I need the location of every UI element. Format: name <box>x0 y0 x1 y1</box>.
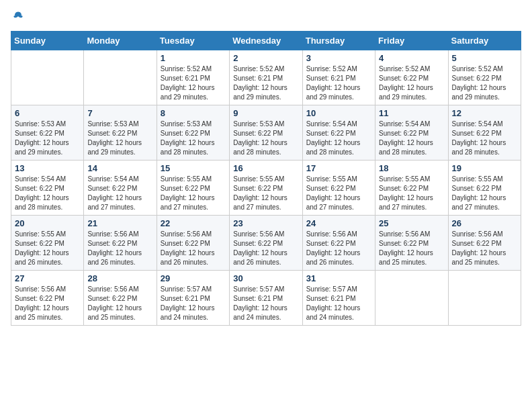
day-info: Sunrise: 5:54 AM Sunset: 6:22 PM Dayligh… <box>87 175 152 212</box>
day-number: 18 <box>379 163 444 173</box>
day-info: Sunrise: 5:55 AM Sunset: 6:22 PM Dayligh… <box>452 175 517 212</box>
day-info: Sunrise: 5:55 AM Sunset: 6:22 PM Dayligh… <box>161 175 226 212</box>
day-info: Sunrise: 5:57 AM Sunset: 6:21 PM Dayligh… <box>161 285 226 322</box>
day-of-week-row: SundayMondayTuesdayWednesdayThursdayFrid… <box>11 32 521 50</box>
calendar-cell: 11Sunrise: 5:54 AM Sunset: 6:22 PM Dayli… <box>375 105 448 161</box>
calendar-cell: 19Sunrise: 5:55 AM Sunset: 6:22 PM Dayli… <box>448 161 521 216</box>
day-info: Sunrise: 5:52 AM Sunset: 6:21 PM Dayligh… <box>306 64 371 102</box>
day-info: Sunrise: 5:56 AM Sunset: 6:22 PM Dayligh… <box>233 230 298 267</box>
calendar-cell: 29Sunrise: 5:57 AM Sunset: 6:21 PM Dayli… <box>157 271 229 326</box>
calendar-cell: 16Sunrise: 5:55 AM Sunset: 6:22 PM Dayli… <box>230 161 302 216</box>
calendar-cell <box>11 50 84 105</box>
day-number: 20 <box>15 218 80 228</box>
day-info: Sunrise: 5:56 AM Sunset: 6:22 PM Dayligh… <box>161 230 226 267</box>
day-number: 21 <box>87 218 152 228</box>
calendar-cell: 27Sunrise: 5:56 AM Sunset: 6:22 PM Dayli… <box>11 271 84 326</box>
day-number: 6 <box>15 108 80 118</box>
week-row-1: 6Sunrise: 5:53 AM Sunset: 6:22 PM Daylig… <box>11 105 521 161</box>
calendar-cell <box>448 271 521 326</box>
day-number: 5 <box>452 53 517 63</box>
day-number: 1 <box>161 53 226 63</box>
day-info: Sunrise: 5:52 AM Sunset: 6:22 PM Dayligh… <box>379 64 444 102</box>
day-info: Sunrise: 5:57 AM Sunset: 6:21 PM Dayligh… <box>233 285 298 322</box>
day-number: 8 <box>161 108 226 118</box>
calendar-cell: 26Sunrise: 5:56 AM Sunset: 6:22 PM Dayli… <box>448 216 521 271</box>
calendar-table: SundayMondayTuesdayWednesdayThursdayFrid… <box>11 31 521 326</box>
calendar-cell <box>84 50 157 105</box>
week-row-2: 13Sunrise: 5:54 AM Sunset: 6:22 PM Dayli… <box>11 161 521 216</box>
day-number: 25 <box>379 218 444 228</box>
day-number: 23 <box>233 218 298 228</box>
calendar-cell: 30Sunrise: 5:57 AM Sunset: 6:21 PM Dayli… <box>230 271 302 326</box>
calendar-cell: 8Sunrise: 5:53 AM Sunset: 6:22 PM Daylig… <box>157 105 229 161</box>
calendar-cell: 31Sunrise: 5:57 AM Sunset: 6:21 PM Dayli… <box>302 271 375 326</box>
calendar-cell: 10Sunrise: 5:54 AM Sunset: 6:22 PM Dayli… <box>302 105 375 161</box>
day-info: Sunrise: 5:53 AM Sunset: 6:22 PM Dayligh… <box>87 120 152 157</box>
calendar-cell: 17Sunrise: 5:55 AM Sunset: 6:22 PM Dayli… <box>302 161 375 216</box>
day-info: Sunrise: 5:53 AM Sunset: 6:22 PM Dayligh… <box>161 120 226 157</box>
week-row-0: 1Sunrise: 5:52 AM Sunset: 6:21 PM Daylig… <box>11 50 521 105</box>
week-row-4: 27Sunrise: 5:56 AM Sunset: 6:22 PM Dayli… <box>11 271 521 326</box>
day-number: 24 <box>306 218 371 228</box>
day-number: 14 <box>87 163 152 173</box>
col-header-saturday: Saturday <box>448 32 521 50</box>
calendar-cell: 4Sunrise: 5:52 AM Sunset: 6:22 PM Daylig… <box>375 50 448 105</box>
calendar-cell: 9Sunrise: 5:53 AM Sunset: 6:22 PM Daylig… <box>230 105 302 161</box>
day-info: Sunrise: 5:57 AM Sunset: 6:21 PM Dayligh… <box>306 285 371 322</box>
col-header-wednesday: Wednesday <box>230 32 302 50</box>
day-number: 26 <box>452 218 517 228</box>
day-info: Sunrise: 5:55 AM Sunset: 6:22 PM Dayligh… <box>15 230 80 267</box>
day-info: Sunrise: 5:52 AM Sunset: 6:22 PM Dayligh… <box>452 64 517 102</box>
calendar-cell: 14Sunrise: 5:54 AM Sunset: 6:22 PM Dayli… <box>84 161 157 216</box>
col-header-sunday: Sunday <box>11 32 84 50</box>
day-info: Sunrise: 5:53 AM Sunset: 6:22 PM Dayligh… <box>15 120 80 157</box>
day-info: Sunrise: 5:56 AM Sunset: 6:22 PM Dayligh… <box>452 230 517 267</box>
day-number: 30 <box>233 273 298 283</box>
day-info: Sunrise: 5:55 AM Sunset: 6:22 PM Dayligh… <box>233 175 298 212</box>
day-info: Sunrise: 5:52 AM Sunset: 6:21 PM Dayligh… <box>233 64 298 102</box>
calendar-body: 1Sunrise: 5:52 AM Sunset: 6:21 PM Daylig… <box>11 50 521 326</box>
day-info: Sunrise: 5:56 AM Sunset: 6:22 PM Dayligh… <box>87 285 152 322</box>
day-info: Sunrise: 5:55 AM Sunset: 6:22 PM Dayligh… <box>379 175 444 212</box>
day-number: 29 <box>161 273 226 283</box>
logo-bird-icon <box>12 11 24 23</box>
calendar-cell: 25Sunrise: 5:56 AM Sunset: 6:22 PM Dayli… <box>375 216 448 271</box>
day-info: Sunrise: 5:54 AM Sunset: 6:22 PM Dayligh… <box>452 120 517 157</box>
day-number: 2 <box>233 53 298 63</box>
day-info: Sunrise: 5:54 AM Sunset: 6:22 PM Dayligh… <box>15 175 80 212</box>
calendar-cell: 18Sunrise: 5:55 AM Sunset: 6:22 PM Dayli… <box>375 161 448 216</box>
calendar-cell: 13Sunrise: 5:54 AM Sunset: 6:22 PM Dayli… <box>11 161 84 216</box>
calendar-cell: 3Sunrise: 5:52 AM Sunset: 6:21 PM Daylig… <box>302 50 375 105</box>
calendar-cell: 23Sunrise: 5:56 AM Sunset: 6:22 PM Dayli… <box>230 216 302 271</box>
col-header-friday: Friday <box>375 32 448 50</box>
day-info: Sunrise: 5:56 AM Sunset: 6:22 PM Dayligh… <box>306 230 371 267</box>
day-number: 17 <box>306 163 371 173</box>
calendar-cell: 21Sunrise: 5:56 AM Sunset: 6:22 PM Dayli… <box>84 216 157 271</box>
day-number: 12 <box>452 108 517 118</box>
page-header <box>11 11 521 23</box>
logo <box>11 11 26 23</box>
day-number: 7 <box>87 108 152 118</box>
calendar-cell: 24Sunrise: 5:56 AM Sunset: 6:22 PM Dayli… <box>302 216 375 271</box>
day-info: Sunrise: 5:56 AM Sunset: 6:22 PM Dayligh… <box>379 230 444 267</box>
day-info: Sunrise: 5:54 AM Sunset: 6:22 PM Dayligh… <box>379 120 444 157</box>
day-number: 4 <box>379 53 444 63</box>
day-number: 16 <box>233 163 298 173</box>
day-number: 31 <box>306 273 371 283</box>
calendar-cell: 12Sunrise: 5:54 AM Sunset: 6:22 PM Dayli… <box>448 105 521 161</box>
day-number: 10 <box>306 108 371 118</box>
calendar-cell: 6Sunrise: 5:53 AM Sunset: 6:22 PM Daylig… <box>11 105 84 161</box>
calendar-cell: 7Sunrise: 5:53 AM Sunset: 6:22 PM Daylig… <box>84 105 157 161</box>
calendar-cell: 20Sunrise: 5:55 AM Sunset: 6:22 PM Dayli… <box>11 216 84 271</box>
calendar-cell: 28Sunrise: 5:56 AM Sunset: 6:22 PM Dayli… <box>84 271 157 326</box>
calendar-cell <box>375 271 448 326</box>
day-number: 19 <box>452 163 517 173</box>
day-number: 3 <box>306 53 371 63</box>
day-info: Sunrise: 5:52 AM Sunset: 6:21 PM Dayligh… <box>161 64 226 102</box>
calendar-cell: 15Sunrise: 5:55 AM Sunset: 6:22 PM Dayli… <box>157 161 229 216</box>
calendar-cell: 1Sunrise: 5:52 AM Sunset: 6:21 PM Daylig… <box>157 50 229 105</box>
calendar-cell: 22Sunrise: 5:56 AM Sunset: 6:22 PM Dayli… <box>157 216 229 271</box>
day-number: 28 <box>87 273 152 283</box>
day-info: Sunrise: 5:56 AM Sunset: 6:22 PM Dayligh… <box>15 285 80 322</box>
col-header-tuesday: Tuesday <box>157 32 229 50</box>
